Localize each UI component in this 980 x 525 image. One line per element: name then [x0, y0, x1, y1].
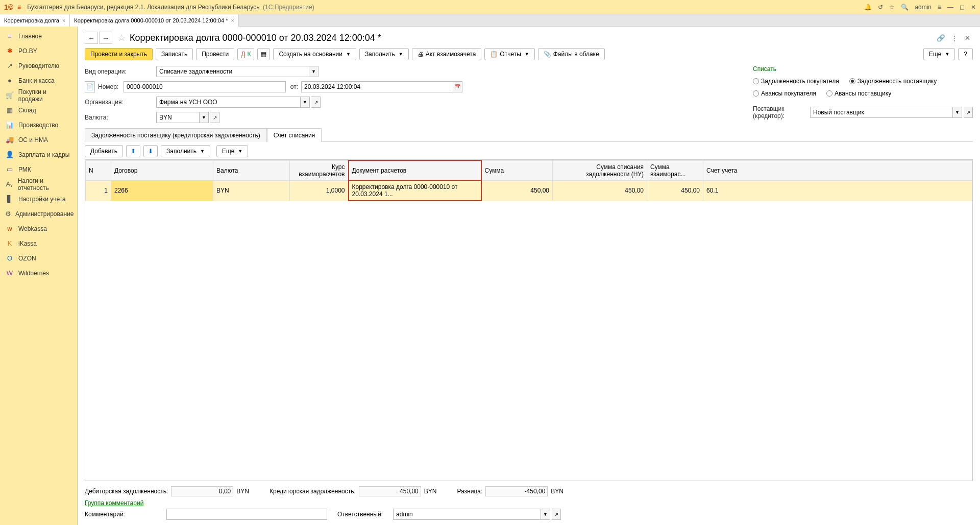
close-icon[interactable]: ×: [231, 17, 234, 23]
move-down-button[interactable]: ⬇: [143, 145, 158, 157]
history-icon[interactable]: ↺: [878, 4, 883, 11]
create-based-button[interactable]: Создать на основании▼: [273, 48, 356, 60]
supplier-label: Поставщик (кредитор):: [753, 105, 810, 120]
date-input[interactable]: [301, 81, 453, 92]
col-amount-nu[interactable]: Сумма списания задолженности (НУ): [553, 160, 647, 180]
supplier-input[interactable]: [810, 107, 953, 118]
radio-supplier-debt[interactable]: Задолженность поставщику: [849, 78, 937, 85]
act-button[interactable]: 🖨Акт взаимозачета: [412, 48, 482, 60]
close-icon[interactable]: ×: [62, 17, 65, 23]
currency-input[interactable]: [156, 112, 200, 123]
col-contract[interactable]: Договор: [111, 160, 213, 180]
more-icon[interactable]: ⋮: [948, 32, 960, 43]
dropdown-icon[interactable]: ▼: [200, 112, 209, 123]
table-fill-button[interactable]: Заполнить▼: [161, 145, 210, 157]
comment-input[interactable]: [166, 509, 327, 520]
settings-icon[interactable]: ≡: [938, 4, 941, 11]
sidebar-item-6[interactable]: 📊Производство: [0, 117, 77, 132]
post-button[interactable]: Провести: [196, 48, 234, 60]
sidebar-item-5[interactable]: ▦Склад: [0, 103, 77, 117]
dt-kt-button[interactable]: ДК: [237, 48, 254, 60]
section-icon: Aᵧ: [5, 180, 14, 188]
dropdown-icon[interactable]: ▼: [309, 66, 318, 77]
radio-buyer-advance[interactable]: Авансы покупателя: [753, 90, 816, 97]
sidebar-item-3[interactable]: ●Банк и касса: [0, 73, 77, 88]
open-icon[interactable]: ↗: [964, 107, 973, 118]
sidebar-item-14[interactable]: KiKassa: [0, 236, 77, 251]
hamburger-icon[interactable]: ≡: [17, 4, 21, 11]
favorite-star-icon[interactable]: ☆: [117, 32, 126, 43]
close-content-icon[interactable]: ✕: [962, 32, 973, 43]
sidebar-item-12[interactable]: ⚙Администрирование: [0, 206, 77, 221]
section-icon: 🛒: [5, 91, 14, 99]
col-amount-vz[interactable]: Сумма взаиморас...: [647, 160, 703, 180]
cloud-files-button[interactable]: 📎Файлы в облаке: [538, 48, 605, 60]
col-doc[interactable]: Документ расчетов: [349, 160, 481, 180]
col-n[interactable]: N: [86, 160, 111, 180]
sidebar-label: ОС и НМА: [18, 136, 48, 144]
table-more-button[interactable]: Еще▼: [216, 145, 248, 157]
star-icon[interactable]: ☆: [889, 4, 895, 11]
tab-supplier-debt[interactable]: Задолженность поставщику (кредиторская з…: [85, 128, 267, 142]
comment-group-link[interactable]: Группа комментарий: [85, 499, 973, 507]
bell-icon[interactable]: 🔔: [864, 4, 872, 11]
diff-cur: BYN: [551, 488, 564, 495]
sidebar-item-4[interactable]: 🛒Покупки и продажи: [0, 88, 77, 103]
forward-button[interactable]: →: [99, 32, 112, 44]
sidebar-item-8[interactable]: 👤Зарплата и кадры: [0, 147, 77, 162]
dropdown-icon[interactable]: ▼: [301, 97, 310, 108]
sidebar-item-13[interactable]: wWebkassa: [0, 221, 77, 236]
help-button[interactable]: ?: [958, 48, 973, 60]
sidebar-item-16[interactable]: WWildberries: [0, 266, 77, 280]
sidebar-item-11[interactable]: ▋Настройки учета: [0, 192, 77, 206]
tab-0[interactable]: Корректировка долга×: [0, 14, 70, 27]
col-rate[interactable]: Курс взаиморасчетов: [290, 160, 349, 180]
radio-supplier-advance[interactable]: Авансы поставщику: [826, 90, 891, 97]
search-icon[interactable]: 🔍: [901, 4, 909, 11]
tab-1[interactable]: Корректировка долга 0000-000010 от 20.03…: [70, 14, 239, 27]
more-button[interactable]: Еще▼: [923, 48, 955, 60]
dropdown-icon[interactable]: ▼: [541, 509, 550, 520]
calendar-icon[interactable]: 📅: [453, 81, 462, 92]
minimize-icon[interactable]: —: [947, 4, 953, 11]
col-currency[interactable]: Валюта: [213, 160, 290, 180]
maximize-icon[interactable]: ◻: [960, 4, 965, 11]
user-name[interactable]: admin: [915, 4, 932, 11]
tab-writeoff-account[interactable]: Счет списания: [267, 128, 322, 142]
write-button[interactable]: Записать: [156, 48, 193, 60]
sidebar-item-10[interactable]: AᵧНалоги и отчетность: [0, 177, 77, 192]
sidebar-label: Руководителю: [18, 62, 59, 69]
number-input[interactable]: [124, 81, 286, 92]
radio-buyer-debt[interactable]: Задолженность покупателя: [753, 78, 839, 85]
op-type-row: Вид операции: ▼: [85, 65, 462, 78]
move-up-button[interactable]: ⬆: [126, 145, 140, 157]
sidebar-item-7[interactable]: 🚚ОС и НМА: [0, 132, 77, 147]
doc-new-icon[interactable]: 📄: [85, 81, 95, 92]
col-amount[interactable]: Сумма: [481, 160, 553, 180]
open-icon[interactable]: ↗: [210, 112, 219, 123]
col-account[interactable]: Счет учета: [703, 160, 972, 180]
structure-button[interactable]: ▦: [257, 48, 270, 60]
dropdown-icon[interactable]: ▼: [953, 107, 962, 118]
reports-button[interactable]: 📋Отчеты▼: [484, 48, 534, 60]
open-icon[interactable]: ↗: [552, 509, 561, 520]
responsible-input[interactable]: [393, 509, 541, 520]
close-app-icon[interactable]: ✕: [971, 4, 976, 11]
data-table[interactable]: N Договор Валюта Курс взаиморасчетов Док…: [85, 159, 973, 481]
fill-button[interactable]: Заполнить▼: [359, 48, 409, 60]
sidebar-item-15[interactable]: OOZON: [0, 251, 77, 266]
link-icon[interactable]: 🔗: [935, 32, 946, 43]
org-input[interactable]: [156, 97, 301, 108]
sidebar-item-9[interactable]: ▭РМК: [0, 162, 77, 177]
table-row[interactable]: 12266BYN1,0000Корректировка долга 0000-0…: [86, 180, 972, 201]
add-row-button[interactable]: Добавить: [85, 145, 123, 157]
sidebar-item-0[interactable]: ≡Главное: [0, 29, 77, 43]
from-label: от:: [286, 83, 301, 90]
sidebar-item-2[interactable]: ↗Руководителю: [0, 58, 77, 73]
op-type-input[interactable]: [156, 66, 309, 77]
back-button[interactable]: ←: [85, 32, 98, 44]
section-icon: ▦: [5, 106, 14, 114]
post-and-close-button[interactable]: Провести и закрыть: [85, 48, 153, 60]
open-icon[interactable]: ↗: [311, 97, 321, 108]
sidebar-item-1[interactable]: ✱PO.BY: [0, 43, 77, 58]
